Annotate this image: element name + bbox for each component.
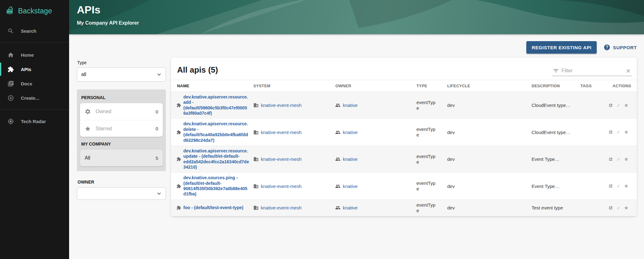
open-in-new-icon[interactable] (609, 183, 613, 189)
lifecycle-value: dev (447, 92, 532, 119)
system-link[interactable]: knative-event-mesh (261, 130, 302, 135)
search-icon (7, 28, 14, 34)
sidebar-item-home[interactable]: Home (0, 48, 69, 62)
star-border-icon[interactable] (624, 205, 628, 211)
system-icon (253, 184, 259, 189)
sidebar-item-tech-radar[interactable]: Tech Radar (0, 114, 69, 128)
column-header-system[interactable]: SYSTEM (253, 80, 335, 92)
owner-link[interactable]: knative (343, 184, 358, 189)
tags-value (581, 119, 609, 146)
edit-icon[interactable] (617, 205, 620, 211)
group-icon (335, 103, 341, 108)
lifecycle-value: dev (447, 119, 532, 146)
filter-item-count: 0 (156, 126, 158, 131)
tags-value (581, 92, 609, 119)
help-icon (604, 44, 610, 51)
api-name-link[interactable]: dev.knative.apiserver.resource.update - … (183, 148, 249, 170)
table-row: dev.knative.apiserver.resource.delete - … (171, 119, 637, 146)
open-in-new-icon[interactable] (609, 156, 613, 162)
type-select[interactable]: all (77, 67, 166, 82)
column-header-tags[interactable]: TAGS (581, 80, 609, 92)
description-value: Test event type (532, 199, 581, 216)
sidebar-item-docs[interactable]: Docs (0, 76, 69, 91)
table-filter-field (552, 66, 632, 76)
type-select-value: all (81, 72, 86, 77)
register-existing-api-button[interactable]: REGISTER EXISTING API (526, 41, 597, 54)
open-in-new-icon[interactable] (609, 129, 613, 135)
api-name-link[interactable]: dev.knative.apiserver.resource.delete - … (183, 121, 249, 143)
company-group-label: MY COMPANY (80, 139, 163, 150)
column-header-actions: ACTIONS (609, 80, 637, 92)
owner-select[interactable] (77, 187, 166, 200)
star-border-icon[interactable] (624, 156, 628, 162)
chevron-down-icon (156, 190, 162, 197)
edit-icon[interactable] (617, 183, 620, 189)
owner-link[interactable]: knative (343, 130, 358, 135)
api-table-card: All apis (5) (171, 58, 637, 216)
column-header-name[interactable]: NAME (171, 80, 253, 92)
page-header: APIs My Company API Explorer (69, 0, 644, 34)
star-border-icon[interactable] (624, 183, 628, 189)
sidebar-item-label: Create... (21, 95, 39, 101)
system-link[interactable]: knative-event-mesh (261, 156, 302, 162)
filter-item-label: Starred (96, 126, 151, 132)
puzzle-icon (176, 103, 181, 108)
filter-item-label: Owned (96, 109, 151, 114)
type-value: eventType (416, 154, 436, 165)
filter-item-owned[interactable]: Owned 0 (80, 103, 163, 120)
table-filter-input[interactable] (562, 68, 623, 74)
system-link[interactable]: knative-event-mesh (261, 184, 302, 189)
docs-icon (7, 80, 14, 87)
owner-link[interactable]: knative (343, 205, 358, 210)
company-group-card: All 5 (80, 150, 163, 166)
api-name-link[interactable]: foo - (default/test-event-type) (183, 205, 243, 210)
sidebar-item-apis[interactable]: APIs (0, 62, 69, 76)
column-header-lifecycle[interactable]: LIFECYCLE (447, 80, 532, 92)
table-row: dev.knative.apiserver.resource.add - (de… (171, 92, 637, 119)
group-icon (335, 130, 341, 135)
column-header-type[interactable]: TYPE (416, 80, 447, 92)
sidebar-item-search[interactable]: Search (0, 24, 69, 38)
star-border-icon[interactable] (624, 129, 628, 135)
home-icon (7, 52, 14, 58)
table-row: dev.knative.sources.ping - (default/et-d… (171, 173, 637, 199)
table-title: All apis (5) (177, 64, 218, 75)
owner-link[interactable]: knative (343, 156, 358, 162)
clear-filter-icon[interactable] (625, 68, 631, 74)
system-link[interactable]: knative-event-mesh (261, 103, 302, 108)
column-header-owner[interactable]: OWNER (335, 80, 416, 92)
personal-group-label: PERSONAL (80, 92, 163, 103)
api-name-link[interactable]: dev.knative.apiserver.resource.add - (de… (183, 94, 249, 116)
description-value: Event Type… (532, 146, 581, 172)
support-button[interactable]: SUPPORT (604, 44, 637, 51)
sidebar: Backstage Search Home APIs Docs Create..… (0, 0, 69, 259)
open-in-new-icon[interactable] (609, 205, 613, 211)
edit-icon[interactable] (617, 129, 620, 135)
add-circle-icon (7, 95, 14, 101)
edit-icon[interactable] (617, 156, 620, 162)
sidebar-divider (0, 42, 69, 43)
system-link[interactable]: knative-event-mesh (261, 205, 302, 210)
owner-link[interactable]: knative (343, 103, 358, 108)
sidebar-item-label: APIs (21, 67, 31, 72)
personal-group-card: Owned 0 Starred 0 (80, 103, 163, 137)
star-border-icon[interactable] (624, 102, 628, 108)
open-in-new-icon[interactable] (609, 102, 613, 108)
lifecycle-value: dev (447, 199, 532, 216)
system-icon (253, 156, 259, 162)
main-area: APIs My Company API Explorer REGISTER EX… (69, 0, 644, 259)
sidebar-item-create[interactable]: Create... (0, 91, 69, 105)
chevron-down-icon (156, 71, 162, 78)
filter-item-starred[interactable]: Starred 0 (80, 120, 163, 137)
filter-list-icon (553, 68, 559, 74)
backstage-logo[interactable]: Backstage (0, 0, 69, 22)
lifecycle-value: dev (447, 146, 532, 172)
edit-icon[interactable] (617, 102, 620, 108)
column-header-description[interactable]: DESCRIPTION (532, 80, 581, 92)
api-name-link[interactable]: dev.knative.sources.ping - (default/et-d… (183, 175, 249, 197)
system-icon (253, 205, 259, 210)
puzzle-icon (176, 130, 181, 135)
filter-item-count: 0 (156, 109, 158, 114)
filter-item-all[interactable]: All 5 (80, 150, 163, 166)
radar-icon (7, 118, 14, 125)
